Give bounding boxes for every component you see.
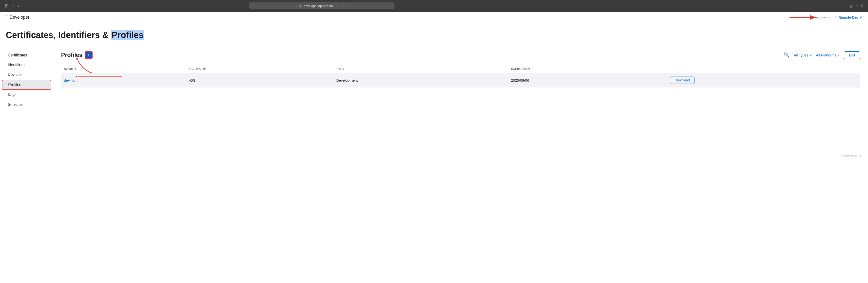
copyright-text: ©2025 Apple Inc. [0, 152, 868, 159]
browser-chrome: ⊞ ‹ › 🔒 developer.apple.com ⟷ ↻ ⎙ + ⧉ [0, 0, 868, 12]
page-title-start: Certificates, Identifiers & [6, 30, 111, 40]
profiles-title-group: Profiles + [61, 51, 93, 59]
col-type-header: TYPE [334, 65, 508, 73]
filter-types-chevron: ∨ [809, 53, 812, 57]
main-layout: Certificates Identifiers Devices Profile… [0, 45, 868, 142]
profile-expiration-cell: 2025/06/06 [508, 73, 667, 88]
sidebar-item-identifiers[interactable]: Identifiers [2, 60, 51, 69]
add-profile-button[interactable]: + [85, 51, 93, 59]
forward-btn[interactable]: › [17, 2, 20, 9]
add-icon: + [87, 52, 90, 58]
tab-switcher-btn[interactable]: ⊞ [4, 2, 9, 9]
translate-icon: ⟷ [336, 4, 341, 8]
arrow-to-profile [75, 72, 124, 82]
profiles-table: NAME ∨ PLATFORM TYPE EXPIRATION [61, 65, 860, 88]
new-tab-icon[interactable]: + [856, 3, 858, 8]
remote-dev-label: Remote Dev [838, 15, 859, 20]
browser-toolbar-right: ⎙ + ⧉ [850, 3, 864, 8]
page-header: Certificates, Identifiers & Profiles [0, 23, 868, 45]
lock-icon: 🔒 [299, 4, 302, 7]
sort-arrow-icon: ∨ [74, 67, 76, 70]
sidebar-item-keys[interactable]: Keys [2, 90, 51, 100]
filter-types-label: All Types [794, 53, 808, 57]
profiles-controls: 🔍 All Types ∨ All Platforms ∨ Edit [784, 51, 860, 59]
profile-name-cell: dev_io... [61, 73, 187, 88]
remote-dev-button[interactable]: Remote Dev ∨ [838, 15, 862, 20]
edit-button[interactable]: Edit [844, 51, 860, 59]
table-row: dev_io... [61, 73, 860, 88]
profile-actions-cell: Download [667, 73, 860, 88]
content-area: Profiles + 🔍 [53, 45, 868, 142]
sidebar: Certificates Identifiers Devices Profile… [0, 45, 53, 142]
browser-controls: ⊞ ‹ › [4, 2, 20, 9]
sidebar-item-certificates[interactable]: Certificates [2, 51, 51, 60]
sidebar-item-services[interactable]: Services [2, 100, 51, 109]
col-actions-header [667, 65, 860, 73]
page-title: Certificates, Identifiers & Profiles [6, 30, 862, 40]
share-icon[interactable]: ⎙ [850, 3, 852, 8]
profiles-table-wrapper: NAME ∨ PLATFORM TYPE EXPIRATION [61, 65, 860, 88]
table-body: dev_io... [61, 73, 860, 88]
search-button[interactable]: 🔍 [784, 52, 790, 58]
remote-dev-chevron: ∨ [860, 15, 862, 20]
table-header: NAME ∨ PLATFORM TYPE EXPIRATION [61, 65, 860, 73]
filter-platforms-button[interactable]: All Platforms ∨ [816, 53, 840, 57]
sidebar-item-profiles[interactable]: Profiles [2, 80, 51, 90]
apple-logo-icon:  [6, 14, 7, 20]
col-expiration-header: EXPIRATION [508, 65, 667, 73]
tabs-overview-icon[interactable]: ⧉ [861, 3, 864, 8]
sidebar-item-devices[interactable]: Devices [2, 70, 51, 79]
search-icon: 🔍 [784, 52, 790, 58]
user-id-text: 6 [835, 15, 836, 19]
profile-platform-cell: iOS [187, 73, 334, 88]
filter-platforms-label: All Platforms [816, 53, 836, 57]
filter-types-button[interactable]: All Types ∨ [794, 53, 812, 57]
developer-label: Developer [9, 15, 29, 20]
profiles-header: Profiles + 🔍 [61, 51, 860, 59]
back-btn[interactable]: ‹ [11, 2, 15, 9]
profiles-section-title: Profiles [61, 52, 83, 58]
filter-platforms-chevron: ∨ [837, 53, 840, 57]
profile-type-cell: Development [334, 73, 508, 88]
url-text: developer.apple.com [304, 4, 333, 8]
col-platform-header: PLATFORM [187, 65, 334, 73]
address-bar[interactable]: 🔒 developer.apple.com ⟷ ↻ [249, 2, 395, 9]
top-nav:  Developer hongquan.m... 6 Remote Dev ∨ [0, 12, 868, 23]
reload-icon[interactable]: ↻ [342, 4, 345, 8]
arrow-annotation-right [789, 14, 818, 21]
download-button[interactable]: Download [670, 76, 694, 84]
page-title-highlight: Profiles [111, 30, 144, 40]
